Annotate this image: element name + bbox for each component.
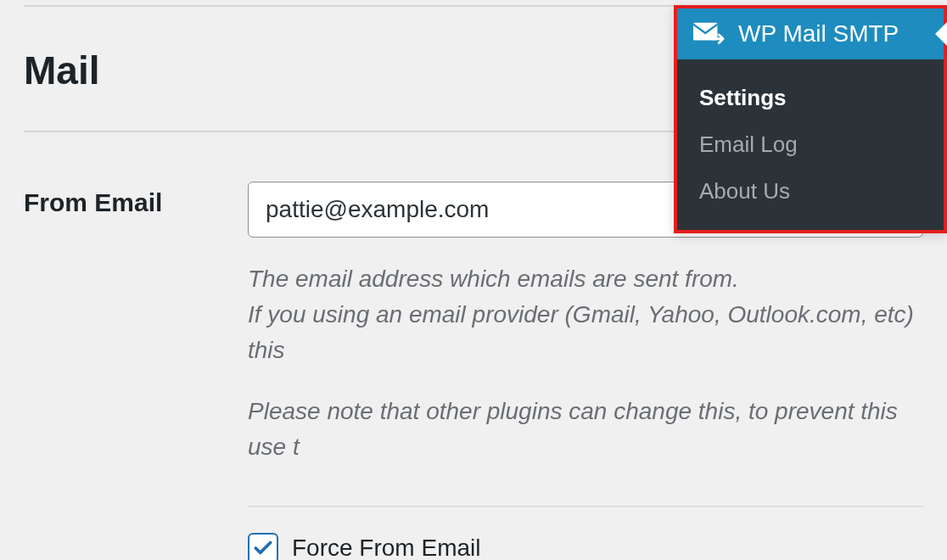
force-from-email-row: Force From Email	[248, 533, 923, 560]
inner-divider	[248, 506, 923, 507]
mail-send-icon	[692, 21, 725, 47]
from-email-help-line3: Please note that other plugins can chang…	[248, 394, 923, 465]
flyout-item-email-log[interactable]: Email Log	[677, 121, 944, 168]
force-from-email-checkbox[interactable]	[248, 533, 278, 560]
checkmark-icon	[252, 537, 274, 559]
wp-mail-smtp-flyout: WP Mail SMTP Settings Email Log About Us	[674, 5, 947, 233]
from-email-label: From Email	[24, 182, 248, 217]
from-email-help-line1: The email address which emails are sent …	[248, 261, 923, 297]
flyout-item-about-us[interactable]: About Us	[677, 168, 944, 215]
flyout-item-settings[interactable]: Settings	[677, 75, 944, 121]
force-from-email-label: Force From Email	[292, 535, 480, 560]
flyout-title: WP Mail SMTP	[738, 20, 899, 48]
flyout-header[interactable]: WP Mail SMTP	[677, 8, 944, 59]
flyout-body: Settings Email Log About Us	[677, 59, 944, 230]
from-email-row: From Email The email address which email…	[24, 182, 923, 560]
flyout-pointer-icon	[935, 22, 947, 46]
from-email-help-line2: If you using an email provider (Gmail, Y…	[248, 297, 923, 368]
